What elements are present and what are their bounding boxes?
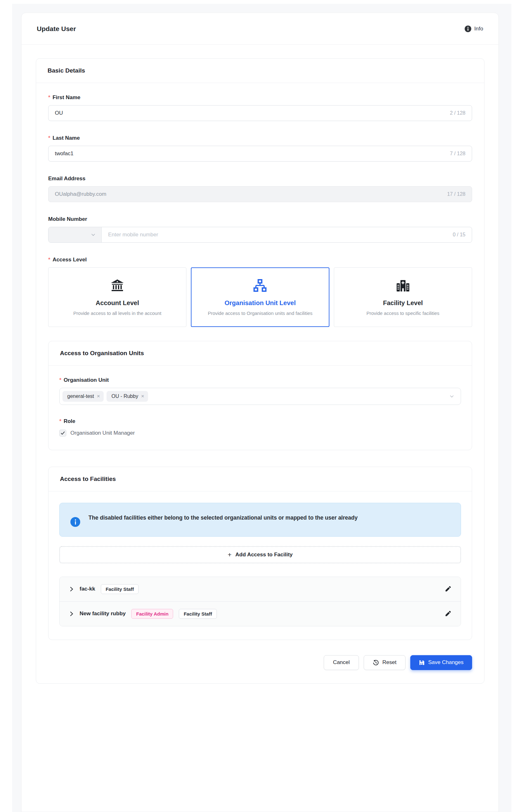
role-label: *Role xyxy=(59,418,461,425)
last-name-input[interactable] xyxy=(55,150,446,157)
cancel-button[interactable]: Cancel xyxy=(324,655,359,670)
facility-list: fac-kk Facility Staff New facil xyxy=(59,577,461,626)
role-option-label: Organisation Unit Manager xyxy=(71,430,135,436)
panel-header: Update User Info xyxy=(22,13,498,45)
chevron-right-icon[interactable] xyxy=(69,611,74,616)
sitemap-icon xyxy=(199,279,321,293)
required-marker: * xyxy=(59,377,61,383)
facility-row: New facility rubby Facility Admin Facili… xyxy=(60,601,461,626)
first-name-inputbox: 2 / 128 xyxy=(48,105,472,121)
facilities-title: Access to Facilities xyxy=(60,475,460,483)
access-level-option-title: Facility Level xyxy=(343,299,463,307)
access-level-option-title: Account Level xyxy=(57,299,178,307)
info-icon xyxy=(71,517,80,527)
mobile-field: Mobile Number 0 / 15 xyxy=(48,216,472,243)
required-marker: * xyxy=(59,418,61,424)
org-units-title: Access to Organisation Units xyxy=(60,350,460,357)
edit-facility-button[interactable] xyxy=(445,586,451,592)
panel-body: Basic Details *First Name 2 / 128 * xyxy=(22,45,498,684)
access-level-option-facility[interactable]: Facility Level Provide access to specifi… xyxy=(334,267,472,327)
required-marker: * xyxy=(48,94,50,100)
role-option-row: Organisation Unit Manager xyxy=(59,430,461,437)
access-level-label: *Access Level xyxy=(48,257,472,263)
required-marker: * xyxy=(48,257,50,263)
facilities-info-text: The disabled facilities either belong to… xyxy=(88,513,358,523)
email-counter: 17 / 128 xyxy=(447,191,465,197)
facilities-header: Access to Facilities xyxy=(49,467,472,491)
save-icon xyxy=(419,660,425,665)
facility-role-badge: Facility Staff xyxy=(179,609,217,619)
access-level-option-account[interactable]: Account Level Provide access to all leve… xyxy=(48,267,186,327)
remove-tag-icon[interactable]: × xyxy=(97,393,100,400)
email-label: Email Address xyxy=(48,175,472,182)
info-icon xyxy=(464,25,471,32)
info-button[interactable]: Info xyxy=(464,25,483,32)
chevron-down-icon xyxy=(449,394,454,399)
access-level-option-organisation-unit[interactable]: Organisation Unit Level Provide access t… xyxy=(191,267,329,327)
last-name-label: *Last Name xyxy=(48,135,472,141)
access-level-option-title: Organisation Unit Level xyxy=(199,299,321,307)
email-inputbox: 17 / 128 xyxy=(48,186,472,202)
basic-details-title: Basic Details xyxy=(48,67,473,74)
first-name-label: *First Name xyxy=(48,94,472,101)
bank-icon xyxy=(57,279,178,293)
save-changes-button[interactable]: Save Changes xyxy=(410,655,472,670)
org-unit-tag: general-test × xyxy=(62,391,104,402)
add-access-to-facility-label: Add Access to Facility xyxy=(235,552,293,558)
mobile-inputbox: 0 / 15 xyxy=(48,227,472,243)
facility-row: fac-kk Facility Staff xyxy=(60,577,461,601)
reset-label: Reset xyxy=(382,659,396,666)
first-name-counter: 2 / 128 xyxy=(450,110,465,116)
remove-tag-icon[interactable]: × xyxy=(141,393,144,400)
organisation-unit-multiselect[interactable]: general-test × OU - Rubby × xyxy=(59,388,461,405)
mobile-input[interactable] xyxy=(102,232,448,238)
cancel-label: Cancel xyxy=(333,659,350,666)
access-level-options: Account Level Provide access to all leve… xyxy=(48,267,472,327)
save-changes-label: Save Changes xyxy=(428,659,463,666)
info-label: Info xyxy=(474,26,483,32)
form-actions: Cancel Reset xyxy=(48,655,472,670)
basic-details-card: Basic Details *First Name 2 / 128 * xyxy=(36,58,484,684)
last-name-inputbox: 7 / 128 xyxy=(48,146,472,162)
last-name-counter: 7 / 128 xyxy=(450,151,465,156)
facility-role-badge: Facility Staff xyxy=(101,584,139,594)
org-units-header: Access to Organisation Units xyxy=(49,341,472,366)
reset-button[interactable]: Reset xyxy=(364,655,406,670)
email-field: Email Address 17 / 128 xyxy=(48,175,472,202)
facilities-info-alert: The disabled facilities either belong to… xyxy=(59,503,461,537)
organisation-unit-label: *Organisation Unit xyxy=(59,377,461,383)
edit-facility-button[interactable] xyxy=(445,610,451,617)
facility-name: New facility rubby xyxy=(80,610,126,617)
access-level-field: *Access Level xyxy=(48,257,472,327)
first-name-field: *First Name 2 / 128 xyxy=(48,94,472,121)
add-access-to-facility-button[interactable]: + Add Access to Facility xyxy=(59,546,461,563)
access-level-option-desc: Provide access to Organisation units and… xyxy=(199,310,321,317)
first-name-input[interactable] xyxy=(55,110,446,116)
reset-icon xyxy=(373,660,379,666)
facility-name: fac-kk xyxy=(80,586,95,592)
update-user-panel: Update User Info Basic Details *First Na… xyxy=(21,13,499,812)
plus-icon: + xyxy=(228,551,232,558)
country-code-select[interactable] xyxy=(49,227,102,242)
access-level-option-desc: Provide access to specific facilities xyxy=(343,310,463,317)
page-title: Update User xyxy=(37,25,76,33)
facilities-card: Access to Facilities The disabled facili… xyxy=(48,467,472,640)
basic-details-header: Basic Details xyxy=(36,59,484,83)
org-units-card: Access to Organisation Units *Organisati… xyxy=(48,341,472,450)
facility-role-badge: Facility Admin xyxy=(131,609,173,619)
last-name-field: *Last Name 7 / 128 xyxy=(48,135,472,162)
org-unit-tag: OU - Rubby × xyxy=(107,391,148,402)
mobile-counter: 0 / 15 xyxy=(453,232,465,238)
role-checkbox[interactable] xyxy=(59,430,66,437)
mobile-label: Mobile Number xyxy=(48,216,472,223)
access-level-option-desc: Provide access to all levels in the acco… xyxy=(57,310,178,317)
email-input xyxy=(55,191,442,197)
hospital-icon xyxy=(343,279,463,293)
required-marker: * xyxy=(48,135,50,141)
chevron-down-icon xyxy=(91,232,96,237)
chevron-right-icon[interactable] xyxy=(69,586,74,592)
